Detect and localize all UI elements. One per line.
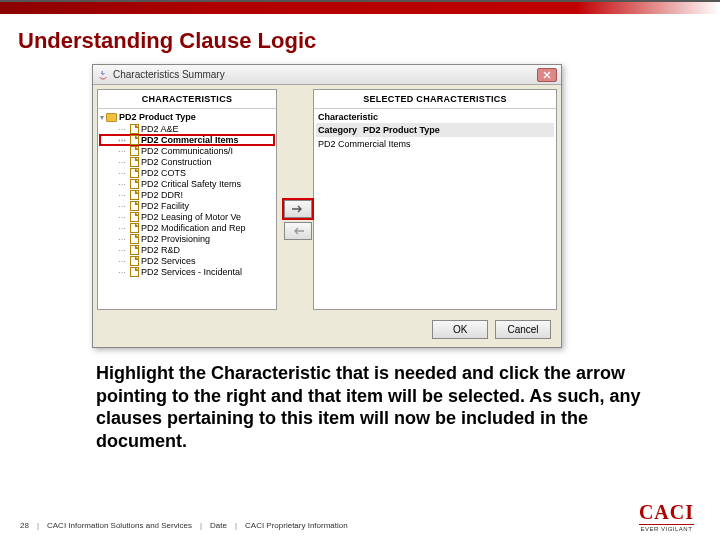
tree-item-label: PD2 DDR! <box>141 190 183 200</box>
left-panel-header: CHARACTERISTICS <box>98 90 276 109</box>
folder-icon <box>106 113 117 122</box>
tree-item[interactable]: ⋯PD2 Modification and Rep <box>100 223 274 233</box>
cancel-button[interactable]: Cancel <box>495 320 551 339</box>
document-icon <box>130 201 139 211</box>
tree-item-label: PD2 COTS <box>141 168 186 178</box>
tree-root[interactable]: ▾ PD2 Product Type <box>100 111 274 123</box>
document-icon <box>130 267 139 277</box>
tree-item-label: PD2 Facility <box>141 201 189 211</box>
page-title: Understanding Clause Logic <box>18 28 720 54</box>
tree-item[interactable]: ⋯PD2 Communications/I <box>100 146 274 156</box>
ok-button[interactable]: OK <box>432 320 488 339</box>
caci-logo: CACI EVER VIGILANT <box>639 501 694 532</box>
category-row: Category PD2 Product Type <box>316 123 554 137</box>
tree-item[interactable]: ⋯PD2 Facility <box>100 201 274 211</box>
page-footer: 28 | CACI Information Solutions and Serv… <box>0 521 720 530</box>
right-panel-header: SELECTED CHARACTERISTICS <box>314 90 556 109</box>
dialog-button-row: OK Cancel <box>93 314 561 347</box>
characteristics-tree[interactable]: ▾ PD2 Product Type ⋯PD2 A&E⋯PD2 Commerci… <box>98 109 276 309</box>
document-icon <box>130 245 139 255</box>
move-left-button[interactable] <box>284 222 312 240</box>
tree-item-label: PD2 Provisioning <box>141 234 210 244</box>
category-label: Category <box>318 125 357 135</box>
tree-item-label: PD2 R&D <box>141 245 180 255</box>
characteristic-column-label: Characteristic <box>316 111 554 123</box>
dialog-title: Characteristics Summary <box>113 69 537 80</box>
characteristics-dialog: Characteristics Summary CHARACTERISTICS … <box>92 64 562 348</box>
tree-item-label: PD2 A&E <box>141 124 179 134</box>
characteristics-panel: CHARACTERISTICS ▾ PD2 Product Type ⋯PD2 … <box>97 89 277 310</box>
selected-panel: SELECTED CHARACTERISTICS Characteristic … <box>313 89 557 310</box>
document-icon <box>130 146 139 156</box>
close-button[interactable] <box>537 68 557 82</box>
move-right-button[interactable] <box>284 200 312 218</box>
document-icon <box>130 223 139 233</box>
tree-item[interactable]: ⋯PD2 Services - Incidental <box>100 267 274 277</box>
tree-item[interactable]: ⋯PD2 DDR! <box>100 190 274 200</box>
tree-item-label: PD2 Commercial Items <box>141 135 239 145</box>
dialog-container: Characteristics Summary CHARACTERISTICS … <box>92 64 562 348</box>
document-icon <box>130 190 139 200</box>
tree-item[interactable]: ⋯PD2 Leasing of Motor Ve <box>100 212 274 222</box>
dialog-titlebar: Characteristics Summary <box>93 65 561 85</box>
tree-item-label: PD2 Modification and Rep <box>141 223 246 233</box>
document-icon <box>130 157 139 167</box>
logo-tagline: EVER VIGILANT <box>639 524 694 532</box>
tree-item[interactable]: ⋯PD2 Construction <box>100 157 274 167</box>
tree-item[interactable]: ⋯PD2 Provisioning <box>100 234 274 244</box>
logo-brand: CACI <box>639 501 694 524</box>
footer-date-label: Date <box>210 521 227 530</box>
footer-proprietary: CACI Proprietary Information <box>245 521 348 530</box>
document-icon <box>130 256 139 266</box>
document-icon <box>130 168 139 178</box>
tree-item[interactable]: ⋯PD2 COTS <box>100 168 274 178</box>
page-number: 28 <box>20 521 29 530</box>
transfer-arrows <box>280 200 316 240</box>
tree-item-label: PD2 Communications/I <box>141 146 233 156</box>
tree-item[interactable]: ⋯PD2 A&E <box>100 124 274 134</box>
tree-item[interactable]: ⋯PD2 Commercial Items <box>100 135 274 145</box>
header-accent-bar <box>0 0 720 14</box>
tree-item-label: PD2 Construction <box>141 157 212 167</box>
tree-item[interactable]: ⋯PD2 Critical Safety Items <box>100 179 274 189</box>
document-icon <box>130 124 139 134</box>
tree-item[interactable]: ⋯PD2 Services <box>100 256 274 266</box>
java-icon <box>97 69 109 81</box>
document-icon <box>130 135 139 145</box>
tree-item-label: PD2 Services - Incidental <box>141 267 242 277</box>
selected-item[interactable]: PD2 Commercial Items <box>316 137 554 151</box>
tree-root-label: PD2 Product Type <box>119 112 196 122</box>
document-icon <box>130 234 139 244</box>
footer-org: CACI Information Solutions and Services <box>47 521 192 530</box>
document-icon <box>130 212 139 222</box>
tree-item-label: PD2 Critical Safety Items <box>141 179 241 189</box>
tree-item-label: PD2 Services <box>141 256 196 266</box>
category-value: PD2 Product Type <box>363 125 440 135</box>
instruction-text: Highlight the Characteristic that is nee… <box>96 362 666 452</box>
tree-item-label: PD2 Leasing of Motor Ve <box>141 212 241 222</box>
document-icon <box>130 179 139 189</box>
tree-item[interactable]: ⋯PD2 R&D <box>100 245 274 255</box>
